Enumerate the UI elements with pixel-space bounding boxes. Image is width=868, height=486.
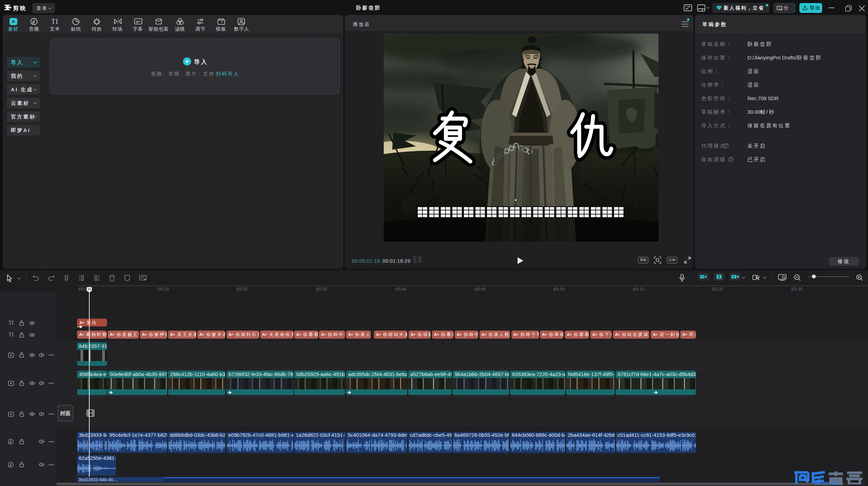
svg-text:T: T: [51, 18, 55, 25]
svg-text:I: I: [56, 18, 58, 25]
